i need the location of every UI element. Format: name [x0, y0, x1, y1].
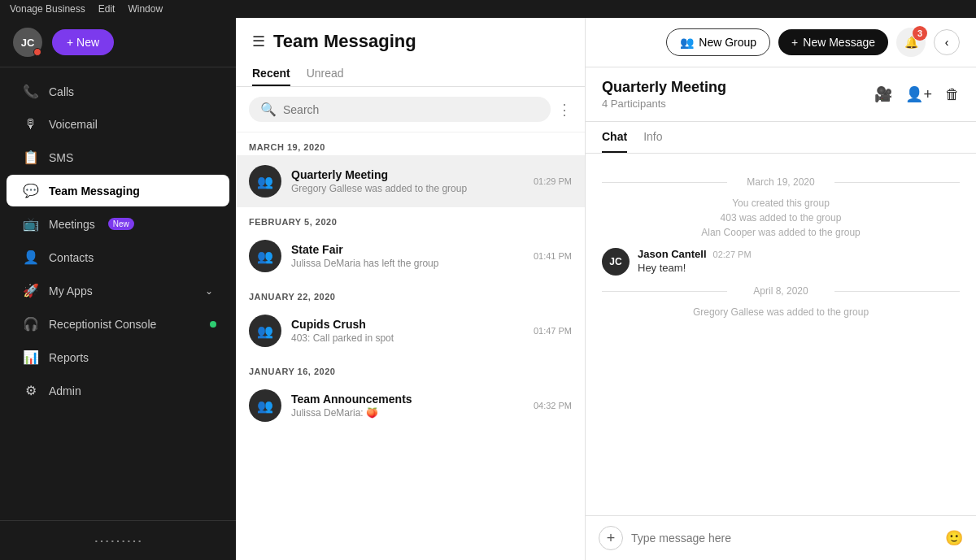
my-apps-icon: 🚀 [23, 283, 39, 298]
plus-icon: + [791, 36, 798, 49]
avatar: JC [13, 28, 42, 57]
avatar: 👥 [249, 165, 281, 198]
new-group-button[interactable]: 👥 New Group [666, 28, 770, 56]
sidebar-item-team-messaging[interactable]: 💬 Team Messaging [7, 175, 229, 206]
conversation-name: State Fair [291, 243, 524, 256]
hamburger-icon[interactable]: ☰ [252, 33, 265, 50]
middle-title-row: ☰ Team Messaging [252, 31, 569, 52]
sidebar-item-label: Calls [49, 85, 74, 98]
video-icon[interactable]: 🎥 [874, 85, 892, 103]
trash-icon[interactable]: 🗑 [945, 86, 960, 103]
list-item[interactable]: 👥 Quarterly Meeting Gregory Gallese was … [236, 155, 585, 207]
search-bar-row: 🔍 ⋮ [236, 87, 585, 132]
conversation-name: Team Announcements [291, 393, 524, 406]
message-input-area: + 🙂 [586, 515, 976, 560]
list-item[interactable]: 👥 Team Announcements Julissa DeMaria: 🍑 … [236, 380, 585, 432]
collapse-button[interactable]: ‹ [934, 29, 960, 55]
search-input[interactable] [283, 103, 539, 116]
chat-header: Quarterly Meeting 4 Participants 🎥 👤+ 🗑 [586, 67, 976, 122]
search-input-wrapper: 🔍 [249, 97, 551, 122]
new-button[interactable]: + New [52, 29, 114, 55]
system-message: Alan Cooper was added to the group [602, 227, 960, 238]
conversation-info: Cupids Crush 403: Call parked in spot [291, 318, 524, 344]
conversation-time: 04:32 PM [534, 401, 572, 410]
list-item[interactable]: 👥 Cupids Crush 403: Call parked in spot … [236, 305, 585, 357]
sidebar-item-label: Voicemail [49, 118, 98, 131]
system-message: Gregory Gallese was added to the group [602, 306, 960, 318]
notification-badge[interactable]: 🔔 3 [896, 28, 926, 57]
sidebar-item-label: Contacts [49, 251, 94, 264]
conversation-subtitle: Gregory Gallese was added to the group [291, 183, 524, 194]
sidebar-item-receptionist-console[interactable]: 🎧 Receptionist Console [7, 308, 229, 340]
meetings-badge: New [108, 218, 134, 230]
middle-panel: ☰ Team Messaging Recent Unread 🔍 ⋮ MARCH… [236, 18, 586, 560]
chat-tab-info[interactable]: Info [643, 122, 662, 153]
tab-unread[interactable]: Unread [307, 62, 344, 86]
sidebar-item-label: Receptionist Console [49, 318, 156, 331]
new-message-button[interactable]: + New Message [778, 29, 888, 55]
calls-icon: 📞 [23, 84, 39, 99]
reports-icon: 📊 [23, 349, 39, 365]
contacts-icon: 👤 [23, 250, 39, 265]
add-member-icon[interactable]: 👤+ [905, 85, 932, 103]
avatar: 👥 [249, 315, 281, 347]
chat-container: Quarterly Meeting 4 Participants 🎥 👤+ 🗑 … [586, 67, 976, 560]
new-group-label: New Group [699, 36, 756, 49]
online-indicator [210, 321, 216, 328]
menu-item-vonage[interactable]: Vonage Business [10, 3, 85, 15]
conversation-time: 01:41 PM [534, 251, 572, 261]
avatar: 👥 [249, 389, 281, 422]
chat-messages: March 19, 2020 You created this group 40… [586, 154, 976, 515]
conversation-name: Quarterly Meeting [291, 168, 524, 181]
date-header-jan16: JANUARY 16, 2020 [236, 357, 585, 380]
conversation-subtitle: Julissa DeMaria has left the group [291, 258, 524, 269]
message-content: Jason Cantell 02:27 PM Hey team! [638, 248, 752, 274]
conversation-info: Team Announcements Julissa DeMaria: 🍑 [291, 393, 524, 419]
sidebar-item-label: SMS [49, 151, 73, 164]
message-header: Jason Cantell 02:27 PM [638, 248, 752, 260]
more-options-icon[interactable]: ⋮ [557, 101, 572, 119]
menu-item-window[interactable]: Window [128, 3, 163, 15]
team-messaging-icon: 💬 [23, 183, 39, 198]
conversation-subtitle: Julissa DeMaria: 🍑 [291, 407, 524, 419]
chat-title: Quarterly Meeting [602, 79, 726, 96]
sidebar-item-admin[interactable]: ⚙ Admin [7, 375, 229, 406]
admin-icon: ⚙ [23, 383, 39, 398]
add-attachment-button[interactable]: + [599, 526, 623, 550]
conversation-info: Quarterly Meeting Gregory Gallese was ad… [291, 168, 524, 194]
system-message: 403 was added to the group [602, 212, 960, 224]
notification-count: 3 [913, 26, 927, 41]
list-item[interactable]: 👥 State Fair Julissa DeMaria has left th… [236, 230, 585, 282]
sidebar-item-calls[interactable]: 📞 Calls [7, 76, 229, 107]
sidebar-item-reports[interactable]: 📊 Reports [7, 341, 229, 373]
chat-tab-chat[interactable]: Chat [602, 122, 627, 153]
middle-header: ☰ Team Messaging Recent Unread [236, 18, 585, 87]
app-header-right: 👥 New Group + New Message 🔔 3 ‹ [666, 28, 960, 57]
chevron-left-icon: ‹ [945, 36, 949, 49]
new-message-label: New Message [803, 36, 875, 49]
sidebar-item-voicemail[interactable]: 🎙 Voicemail [7, 109, 229, 140]
sidebar: JC + New 📞 Calls 🎙 Voicemail 📋 SMS [0, 18, 236, 560]
page-title: Team Messaging [273, 31, 416, 52]
sidebar-footer: ⋯⋯⋯ [0, 520, 236, 560]
menu-item-edit[interactable]: Edit [98, 3, 115, 15]
sidebar-item-my-apps[interactable]: 🚀 My Apps ⌄ [7, 275, 229, 306]
sidebar-item-contacts[interactable]: 👤 Contacts [7, 241, 229, 273]
chat-message: JC Jason Cantell 02:27 PM Hey team! [602, 248, 960, 276]
message-input[interactable] [631, 532, 937, 545]
sidebar-item-label: Team Messaging [49, 184, 140, 198]
emoji-button[interactable]: 🙂 [945, 529, 963, 547]
conversation-time: 01:29 PM [534, 176, 572, 186]
date-divider: April 8, 2020 [602, 285, 960, 297]
sidebar-item-meetings[interactable]: 📺 Meetings New [7, 208, 229, 240]
right-panel: 👥 New Group + New Message 🔔 3 ‹ [586, 18, 976, 560]
date-header-march: MARCH 19, 2020 [236, 132, 585, 155]
meetings-icon: 📺 [23, 216, 39, 232]
sidebar-item-sms[interactable]: 📋 SMS [7, 141, 229, 173]
conversation-time: 01:47 PM [534, 326, 572, 336]
grid-dots-icon[interactable]: ⋯⋯⋯ [94, 531, 142, 550]
tab-recent[interactable]: Recent [252, 62, 290, 86]
voicemail-icon: 🎙 [23, 117, 39, 132]
sidebar-item-label: Admin [49, 384, 81, 397]
avatar: 👥 [249, 240, 281, 272]
